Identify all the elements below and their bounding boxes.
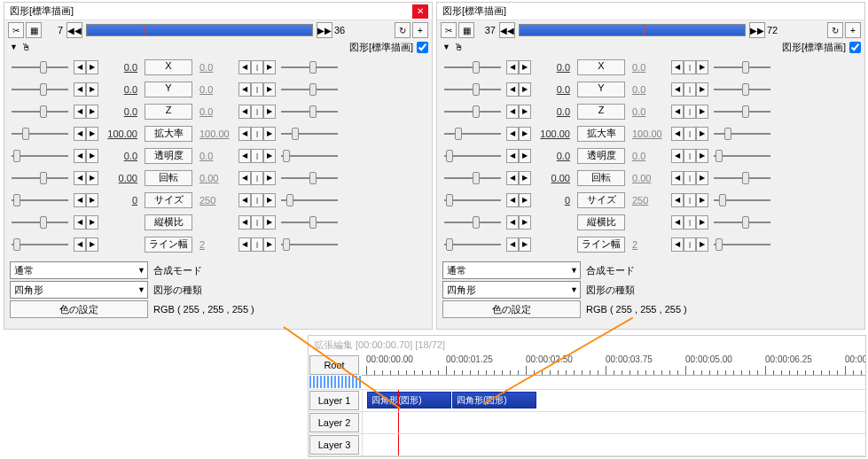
param-value-in[interactable]: 0.0 [102, 62, 141, 73]
param-slider-out[interactable] [279, 237, 340, 253]
param-spin-in[interactable]: ◀▶ [74, 82, 98, 97]
color-settings-button[interactable]: 色の設定 [442, 300, 581, 318]
param-spin-in[interactable]: ◀▶ [74, 105, 98, 119]
param-label-button[interactable]: Z [577, 104, 625, 120]
layer-track[interactable] [362, 434, 865, 455]
param-slider-out[interactable] [712, 104, 772, 120]
param-slider-out[interactable] [712, 82, 772, 97]
spin-down-icon[interactable]: ◀ [671, 82, 684, 97]
param-slider-in[interactable] [442, 82, 503, 97]
section-header[interactable]: ▼ 🖱 図形[標準描画] [4, 40, 432, 54]
param-label-button[interactable]: X [145, 59, 192, 75]
param-value-out[interactable]: 2 [196, 239, 235, 250]
timeline-ruler[interactable]: 00:00:00.0000:00:01.2500:00:02.5000:00:0… [362, 354, 865, 376]
param-value-in[interactable]: 100.00 [102, 128, 141, 139]
spin-mid-icon[interactable]: | [684, 127, 696, 141]
param-value-in[interactable]: 100.00 [535, 128, 574, 139]
param-label-button[interactable]: Y [577, 82, 625, 97]
spin-down-icon[interactable]: ◀ [74, 237, 86, 252]
spin-down-icon[interactable]: ◀ [74, 82, 86, 97]
cut-icon[interactable]: ✂ [441, 22, 457, 38]
param-slider-in[interactable] [442, 126, 503, 142]
spin-down-icon[interactable]: ◀ [506, 127, 519, 141]
param-spin-out[interactable]: ◀|▶ [239, 149, 276, 163]
param-value-in[interactable]: 0.0 [535, 151, 574, 161]
playhead[interactable] [398, 434, 399, 455]
param-value-out[interactable]: 100.00 [196, 128, 235, 139]
param-spin-out[interactable]: ◀|▶ [671, 105, 708, 119]
param-slider-out[interactable] [712, 126, 772, 142]
spin-up-icon[interactable]: ▶ [86, 82, 98, 97]
seek-end-icon[interactable]: ▶▶ [749, 22, 765, 38]
spin-up-icon[interactable]: ▶ [86, 215, 98, 230]
spin-mid-icon[interactable]: | [684, 82, 696, 97]
titlebar[interactable]: 図形[標準描画] [437, 3, 864, 20]
param-spin-in[interactable]: ◀▶ [74, 237, 98, 252]
spin-up-icon[interactable]: ▶ [86, 127, 98, 141]
spin-mid-icon[interactable]: | [684, 171, 696, 185]
spin-down-icon[interactable]: ◀ [671, 193, 684, 207]
seek-end-icon[interactable]: ▶▶ [317, 22, 332, 38]
playhead[interactable] [398, 390, 399, 411]
param-spin-in[interactable]: ◀▶ [74, 60, 98, 74]
layer-label[interactable]: Layer 3 [309, 435, 359, 455]
spin-up-icon[interactable]: ▶ [263, 82, 276, 97]
param-value-in[interactable]: 0.00 [535, 173, 574, 183]
spin-down-icon[interactable]: ◀ [671, 149, 684, 163]
param-slider-out[interactable] [712, 237, 772, 253]
spin-up-icon[interactable]: ▶ [519, 105, 531, 119]
param-spin-out[interactable]: ◀|▶ [239, 237, 276, 252]
param-slider-in[interactable] [442, 192, 503, 208]
param-slider-in[interactable] [10, 104, 70, 120]
section-header[interactable]: ▼ 🖱 図形[標準描画] [437, 40, 864, 54]
spin-mid-icon[interactable]: | [251, 105, 263, 119]
param-slider-in[interactable] [10, 82, 70, 97]
param-slider-in[interactable] [442, 148, 503, 164]
spin-mid-icon[interactable]: | [251, 149, 263, 163]
spin-down-icon[interactable]: ◀ [239, 193, 251, 207]
param-label-button[interactable]: 回転 [577, 170, 625, 186]
param-value-out[interactable]: 0.0 [196, 106, 235, 117]
spin-down-icon[interactable]: ◀ [74, 105, 86, 119]
spin-down-icon[interactable]: ◀ [74, 171, 86, 185]
param-spin-in[interactable]: ◀▶ [506, 82, 531, 97]
param-spin-out[interactable]: ◀|▶ [239, 193, 276, 207]
param-slider-in[interactable] [10, 148, 70, 164]
spin-mid-icon[interactable]: | [251, 82, 263, 97]
spin-down-icon[interactable]: ◀ [671, 60, 684, 74]
param-slider-out[interactable] [712, 192, 772, 208]
param-value-in[interactable]: 0 [102, 195, 141, 206]
param-spin-out[interactable]: ◀|▶ [671, 127, 708, 141]
param-value-out[interactable]: 0.0 [629, 106, 668, 117]
param-spin-in[interactable]: ◀▶ [506, 215, 531, 230]
param-spin-in[interactable]: ◀▶ [506, 193, 531, 207]
spin-down-icon[interactable]: ◀ [671, 127, 684, 141]
param-label-button[interactable]: 回転 [145, 170, 192, 186]
param-label-button[interactable]: サイズ [577, 192, 625, 208]
spin-mid-icon[interactable]: | [251, 193, 263, 207]
param-slider-out[interactable] [279, 82, 340, 97]
param-spin-out[interactable]: ◀|▶ [671, 171, 708, 185]
seek-bar[interactable] [519, 24, 746, 36]
spin-mid-icon[interactable]: | [684, 149, 696, 163]
spin-up-icon[interactable]: ▶ [263, 127, 276, 141]
param-spin-out[interactable]: ◀|▶ [671, 237, 708, 252]
param-value-out[interactable]: 250 [196, 195, 235, 206]
param-spin-out[interactable]: ◀|▶ [671, 193, 708, 207]
spin-up-icon[interactable]: ▶ [263, 60, 276, 74]
param-slider-in[interactable] [10, 126, 70, 142]
titlebar[interactable]: 図形[標準描画] ✕ [4, 3, 432, 20]
spin-down-icon[interactable]: ◀ [506, 105, 519, 119]
param-slider-in[interactable] [442, 170, 503, 186]
param-spin-in[interactable]: ◀▶ [506, 237, 531, 252]
spin-down-icon[interactable]: ◀ [239, 60, 251, 74]
spin-mid-icon[interactable]: | [684, 215, 696, 230]
spin-up-icon[interactable]: ▶ [86, 105, 98, 119]
spin-mid-icon[interactable]: | [251, 237, 263, 252]
spin-mid-icon[interactable]: | [251, 215, 263, 230]
param-slider-out[interactable] [279, 170, 340, 186]
spin-up-icon[interactable]: ▶ [519, 193, 531, 207]
param-value-out[interactable]: 0.0 [629, 84, 668, 95]
param-spin-out[interactable]: ◀|▶ [239, 60, 276, 74]
timeline-clip[interactable]: 四角形(図形) [452, 392, 536, 408]
